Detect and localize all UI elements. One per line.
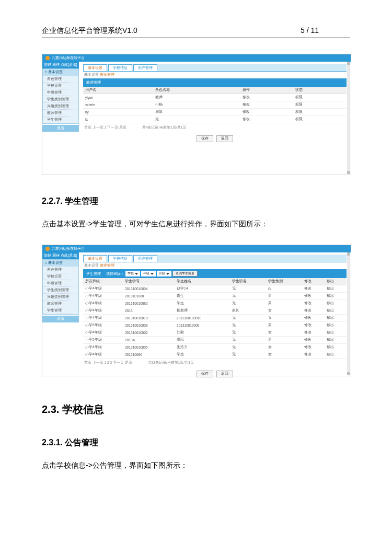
nav-greeting: 您好!周佳 点此[退出] [42,252,79,259]
col-remove: 移出 [325,278,347,285]
table-row: 小学4年级2013100100102013100100010无女修改移出 [83,315,347,322]
col-gender: 学生性别 [266,278,302,285]
tab-school[interactable]: 学校信息 [108,255,132,262]
nav-greeting: 您好!周佳 点此[退出] [42,62,79,68]
table-row: 小学4年级201310010005生浩力无女修改移出 [83,344,347,351]
col-duty: 学生职务 [230,278,266,285]
chevron-down-icon [151,273,154,275]
nav-box-title: □ 基本设置 [43,260,78,267]
pager[interactable]: 首页 上一页 1 下一页 尾页 共4条记录/当前第1页/共1页 [83,123,347,132]
nav-item[interactable]: 学生类别管理 [43,287,78,294]
tab-user[interactable]: 用户管理 [133,255,157,262]
col-status: 状态 [293,87,347,94]
app-title: 九寨沟幼师在线平台 [52,55,85,61]
grade-select[interactable]: 年级 [141,271,156,276]
nav-box: □ 基本设置 角色管理 学校设置 年级管理 学生类别管理 兴趣类别管理 教师管理… [42,68,79,124]
tab-school[interactable]: 学校信息 [108,64,132,71]
nav-item[interactable]: 兴趣类别管理 [43,294,78,301]
heading-2-3: 2.3. 学校信息 [42,402,350,417]
chevron-down-icon [166,273,169,275]
save-button[interactable]: 保存 [197,135,213,142]
table-row: 小学4年级2013杨老师家长女修改移出 [83,307,347,315]
back-button[interactable]: 返回 [216,135,233,142]
table-row: 小学5年级2013A增玩无男修改移出 [83,337,347,344]
filter-label: 选择班级： [106,271,124,276]
nav-item[interactable]: 学生管理 [43,307,78,314]
col-op: 操作 [240,87,294,94]
page-header: 企业信息化平台管理系统V1.0 5 / 11 [42,26,350,38]
app-logo-icon [45,247,50,251]
breadcrumb: 基本设置 教师管理 [83,72,347,78]
teacher-table: 用户名 角色名称 操作 状态 yiyun教师修改权限 xxhele小杨修改权限 … [83,87,347,123]
pager[interactable]: 首页 上一页 1 2 3 下一页 尾页 共22条记录/当前第1页/共3页 [83,359,347,367]
table-row: fx无修改权限 [83,116,347,123]
heading-2-3-1: 2.3.1. 公告管理 [42,437,350,448]
col-username: 用户名 [83,87,153,94]
school-select[interactable]: 学校 [125,271,140,276]
table-row: 小学4年级201310086学生无女修改移出 [83,351,347,359]
heading-2-2-7: 2.2.7. 学生管理 [42,196,350,207]
app-logo-icon [45,56,50,60]
app-title-bar: 九寨沟幼师在线平台 [42,245,351,252]
nav-box-title: □ 基本设置 [43,69,78,76]
nav-exit-button[interactable]: 退出 [42,125,79,132]
breadcrumb: 基本设置 教师管理 [83,262,347,269]
nav-item[interactable]: 教师管理 [43,301,78,307]
query-button[interactable]: 查询学生推名 [172,271,198,276]
col-role: 角色名称 [153,87,240,94]
panel-title: 学生管理 [83,270,104,278]
table-row: xxhele小杨修改权限 [83,101,347,109]
table-row: 小学5年级201310010008201310010008无男修改移出 [83,322,347,329]
para-2-2-7: 点击基本设置->学生管理，可对学生信息进行操作，界面如下图所示： [42,220,350,229]
table-row: 小学4年级2013101080递生无男修改移出 [83,293,347,300]
scrollbar[interactable] [347,252,350,375]
table-row: yiyun教师修改权限 [83,94,347,101]
page-number: 5 / 11 [301,26,319,36]
tab-user[interactable]: 用户管理 [133,64,157,71]
nav-item[interactable]: 兴趣类别管理 [43,103,78,110]
screenshot-teacher-mgmt: 九寨沟幼师在线平台 您好!周佳 点此[退出] □ 基本设置 角色管理 学校设置 … [42,54,351,175]
tab-basic[interactable]: 基本设置 [83,255,107,262]
screenshot-student-mgmt: 九寨沟幼师在线平台 您好!周佳 点此[退出] □ 基本设置 角色管理 学校设置 … [42,245,351,376]
nav-item[interactable]: 角色管理 [43,267,78,273]
table-row: 小学4年级201310010082学生无男修改移出 [83,300,347,307]
chevron-down-icon [135,273,138,275]
table-row: 小学4年级201310010002刘毅无女修改移出 [83,329,347,337]
nav-item[interactable]: 年级管理 [43,280,78,287]
scrollbar[interactable] [347,62,350,174]
nav-item[interactable]: 学生类别管理 [43,96,78,103]
panel-title: 教师管理 [83,78,347,87]
student-table: 所在班级 学生学号 学生姓名 学生职务 学生性别 修改 移出 小学4年级2013… [83,278,347,359]
filter-bar: 选择班级： 学校 年级 班级 查询学生推名 [104,269,200,278]
nav-item[interactable]: 教师管理 [43,110,78,117]
tab-basic[interactable]: 基本设置 [83,64,107,71]
app-title: 九寨沟幼师在线平台 [52,246,85,251]
table-row: 小学4年级201310010004赵学14无G修改移出 [83,285,347,293]
app-title-bar: 九寨沟幼师在线平台 [42,54,351,62]
doc-title: 企业信息化平台管理系统V1.0 [42,26,137,36]
back-button[interactable]: 返回 [216,371,233,377]
class-select[interactable]: 班级 [157,271,171,276]
table-row: hy周凯修改权限 [83,109,347,116]
nav-box: □ 基本设置 角色管理 学校设置 年级管理 学生类别管理 兴趣类别管理 教师管理… [42,259,79,315]
col-class: 所在班级 [83,278,123,285]
nav-item[interactable]: 学校设置 [43,83,78,89]
col-name: 学生姓名 [175,278,230,285]
save-button[interactable]: 保存 [197,371,213,377]
nav-item[interactable]: 角色管理 [43,76,78,83]
nav-item[interactable]: 学生管理 [43,117,78,123]
nav-item[interactable]: 学校设置 [43,273,78,280]
nav-item[interactable]: 年级管理 [43,89,78,96]
nav-exit-button[interactable]: 退出 [42,316,79,322]
col-id: 学生学号 [123,278,175,285]
para-2-3-1: 点击学校信息->公告管理，界面如下图所示： [42,461,350,470]
col-edit: 修改 [302,278,324,285]
